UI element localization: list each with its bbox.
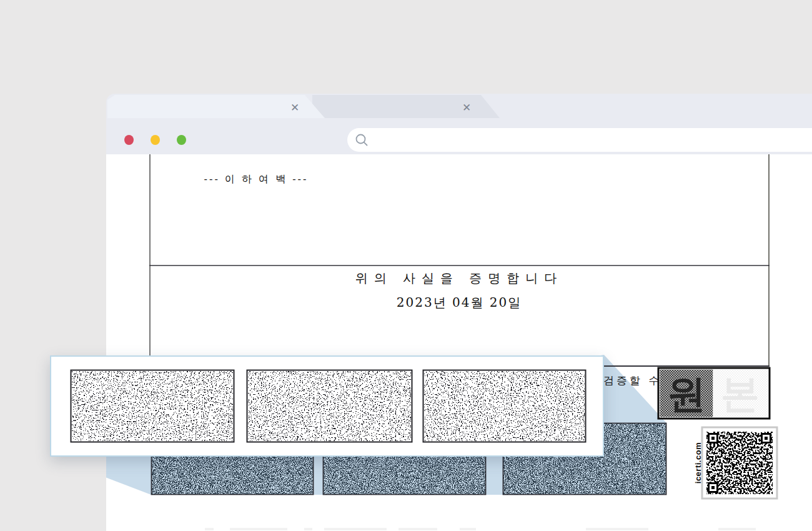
- address-search-bar[interactable]: [347, 128, 812, 152]
- search-icon: [355, 133, 369, 147]
- magnified-strip-1: [71, 370, 234, 442]
- search-input[interactable]: [375, 131, 802, 151]
- magnified-strip-2: [247, 370, 412, 442]
- blank-below-notice: --- 이 하 여 백 ---: [150, 173, 362, 186]
- tab-1-close-icon[interactable]: ✕: [289, 101, 301, 115]
- magnified-strip-3: [423, 370, 586, 442]
- browser-viewport: [106, 154, 812, 531]
- screenshot-stage: ✕ ✕: [0, 0, 812, 531]
- window-minimize-button[interactable]: [151, 135, 160, 145]
- window-maximize-button[interactable]: [177, 135, 186, 145]
- qr-caption: icerti.com: [693, 429, 703, 497]
- issue-date: 2023년 04월 20일: [150, 294, 768, 311]
- browser-window: ✕ ✕: [106, 94, 812, 531]
- verification-note-fragment: 검증할 수: [603, 374, 661, 388]
- certify-statement: 위의 사실을 증명합니다: [150, 270, 768, 287]
- magnifier-overlay-panel: [50, 355, 604, 457]
- tab-2-close-icon[interactable]: ✕: [460, 101, 473, 115]
- magnified-security-strips: [51, 357, 603, 455]
- window-close-button[interactable]: [124, 135, 134, 145]
